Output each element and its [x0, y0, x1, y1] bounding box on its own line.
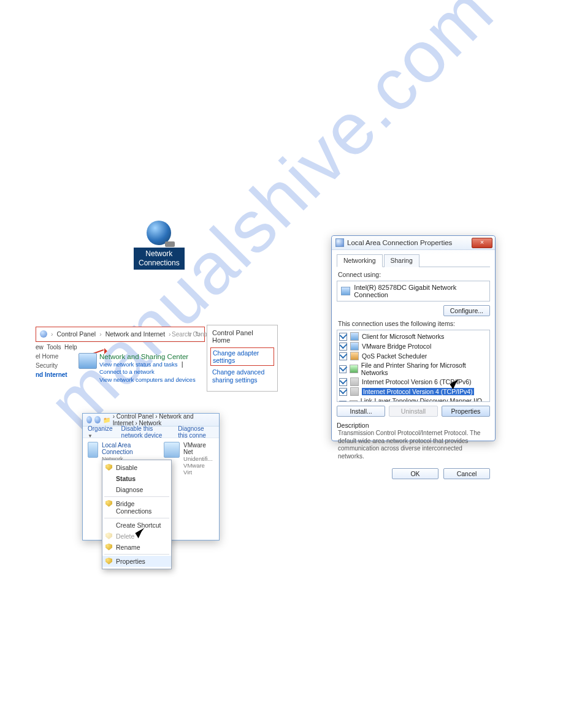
close-button[interactable]: × — [472, 238, 492, 248]
diagnose-button[interactable]: Diagnose this conne — [178, 425, 214, 439]
nic-display: Intel(R) 82578DC Gigabit Network Connect… — [337, 281, 490, 301]
sidebar-home[interactable]: el Home — [36, 352, 67, 361]
client-icon — [350, 332, 359, 341]
folder-icon: 📁 — [103, 417, 110, 423]
ctx-status[interactable]: Status — [102, 473, 171, 484]
ctx-properties[interactable]: Properties — [102, 556, 171, 567]
ctx-shortcut[interactable]: Create Shortcut — [102, 520, 171, 531]
sidebar-network-internet[interactable]: nd Internet — [36, 370, 67, 379]
checkbox-icon[interactable] — [339, 352, 347, 360]
network-connections-label: Network Connections — [134, 248, 185, 270]
ctx-bridge[interactable]: Bridge Connections — [102, 498, 171, 517]
organize-menu[interactable]: Organize ▼ — [88, 425, 113, 439]
tab-strip: Networking Sharing — [337, 254, 490, 267]
dialog-title: Local Area Connection Properties — [347, 239, 452, 246]
ctx-diagnose[interactable]: Diagnose — [102, 484, 171, 495]
properties-button[interactable]: Properties — [442, 406, 490, 417]
globe-icon — [147, 221, 171, 245]
nav-fwd-icon[interactable] — [94, 416, 100, 423]
shield-icon — [105, 500, 112, 507]
change-adapter-settings-link[interactable]: Change adapter settings — [210, 347, 274, 366]
connection-items-list[interactable]: Client for Microsoft Networks VMware Bri… — [337, 330, 490, 402]
cursor-icon — [136, 530, 142, 539]
checkbox-icon[interactable] — [339, 378, 347, 386]
checkbox-icon[interactable] — [339, 401, 347, 403]
separator-icon: › — [51, 330, 53, 338]
shield-icon — [105, 544, 112, 550]
shield-icon — [105, 464, 112, 471]
item-lltd-mapper[interactable]: Link-Layer Topology Discovery Mapper I/O… — [339, 396, 488, 402]
separator — [104, 496, 169, 497]
network-sharing-center-link[interactable]: Network and Sharing Center — [99, 353, 204, 360]
nav-back-icon[interactable] — [86, 416, 92, 423]
service-icon — [350, 365, 358, 373]
adapter-name: Local Area Connection — [102, 442, 156, 455]
network-center-icon — [79, 353, 97, 369]
item-vmware-bridge[interactable]: VMware Bridge Protocol — [339, 341, 488, 351]
item-client[interactable]: Client for Microsoft Networks — [339, 332, 488, 341]
sidebar-security[interactable]: Security — [36, 361, 67, 370]
nc-label-line1: Network — [145, 249, 172, 258]
ok-button[interactable]: OK — [392, 468, 439, 479]
shield-icon — [105, 533, 112, 539]
item-ipv4[interactable]: Internet Protocol Version 4 (TCP/IPv4) — [339, 387, 488, 396]
nic-icon — [164, 442, 180, 458]
configure-button[interactable]: Configure... — [443, 305, 490, 316]
plug-overlay — [165, 241, 175, 247]
items-label: This connection uses the following items… — [338, 320, 489, 327]
description-text: Transmission Control Protocol/Internet P… — [337, 429, 490, 461]
adapter-name: VMware Net — [183, 442, 214, 455]
install-button[interactable]: Install... — [337, 406, 385, 417]
cp-home-heading: Control Panel Home — [212, 329, 272, 346]
nic-icon — [88, 442, 98, 458]
item-file-printer[interactable]: File and Printer Sharing for Microsoft N… — [339, 361, 488, 377]
checkbox-icon[interactable] — [339, 365, 347, 373]
view-computers-link[interactable]: View network computers and devices — [99, 376, 204, 383]
checkbox-icon[interactable] — [339, 388, 347, 396]
menu-help[interactable]: Help — [64, 343, 77, 351]
lan-properties-dialog: Local Area Connection Properties × Netwo… — [331, 235, 496, 441]
separator-icon: › — [169, 330, 171, 338]
ctx-rename[interactable]: Rename — [102, 542, 171, 553]
cancel-button[interactable]: Cancel — [443, 468, 490, 479]
item-ipv6[interactable]: Internet Protocol Version 6 (TCP/IPv6) — [339, 377, 488, 387]
dialog-titlebar: Local Area Connection Properties × — [332, 236, 495, 250]
disable-device-button[interactable]: Disable this network device — [121, 425, 170, 439]
protocol-icon — [350, 377, 359, 386]
menu-view[interactable]: ew — [36, 343, 44, 351]
nic-name: Intel(R) 82578DC Gigabit Network Connect… — [354, 284, 486, 298]
connect-network-link[interactable]: Connect to a network — [99, 368, 155, 375]
crumb-cp[interactable]: Control Panel — [117, 413, 154, 420]
tab-networking[interactable]: Networking — [337, 254, 383, 267]
cursor-icon — [451, 381, 457, 390]
control-panel-home-box: Control Panel Home Change adapter settin… — [207, 325, 278, 392]
view-status-link[interactable]: View network status and tasks — [99, 361, 178, 368]
control-panel-sidebar-fragment: el Home Security nd Internet — [36, 352, 67, 379]
separator — [104, 518, 169, 518]
menu-tools[interactable]: Tools — [47, 343, 61, 351]
checkbox-icon[interactable] — [339, 333, 347, 341]
item-qos[interactable]: QoS Packet Scheduler — [339, 351, 488, 361]
network-connections-icon-block[interactable]: Network Connections — [134, 221, 185, 270]
nav-back-icon[interactable] — [40, 330, 47, 338]
protocol-icon — [350, 400, 358, 402]
shield-icon — [105, 558, 112, 564]
crumb-control-panel[interactable]: Control Panel — [57, 330, 96, 338]
ctx-disable[interactable]: Disable — [102, 462, 171, 473]
separator-icon: › — [99, 330, 102, 338]
nic-icon — [341, 287, 350, 295]
search-input[interactable]: Search Contro — [172, 331, 211, 338]
checkbox-icon[interactable] — [339, 343, 347, 351]
description-label: Description — [337, 422, 490, 429]
adapter-context-menu: Disable Status Diagnose Bridge Connectio… — [102, 460, 172, 569]
qos-icon — [350, 352, 359, 360]
change-advanced-sharing-link[interactable]: Change advanced sharing settings — [212, 367, 272, 385]
adapter-device: VMware Virt — [183, 462, 214, 476]
separator — [104, 554, 169, 555]
nic-icon — [335, 238, 344, 247]
uninstall-button: Uninstall — [389, 406, 437, 417]
protocol-icon — [350, 387, 359, 396]
crumb-network-internet[interactable]: Network and Internet — [105, 330, 165, 338]
service-icon — [350, 342, 359, 351]
tab-sharing[interactable]: Sharing — [384, 254, 419, 267]
